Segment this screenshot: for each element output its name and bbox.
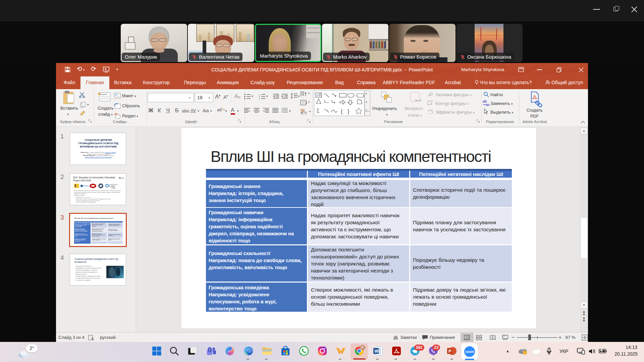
svg-text:T: T: [209, 348, 211, 352]
svg-text:A: A: [316, 94, 318, 97]
svg-text:}: }: [347, 109, 350, 114]
svg-text:W: W: [375, 349, 379, 354]
svg-text:{: {: [341, 109, 343, 114]
svg-text:P: P: [448, 349, 451, 354]
svg-text:!: !: [524, 351, 525, 355]
svg-text:3: 3: [259, 98, 260, 100]
svg-text:zoom: zoom: [465, 350, 474, 354]
